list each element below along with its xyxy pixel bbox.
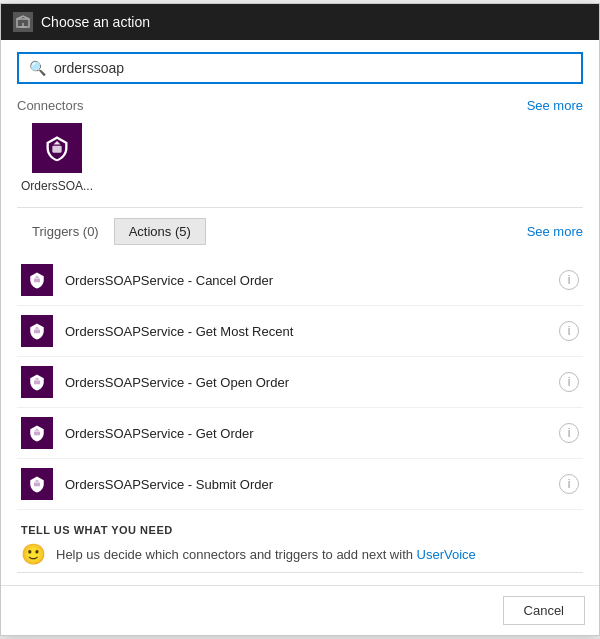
tabs-row: Triggers (0) Actions (5) See more	[17, 218, 583, 245]
choose-action-dialog: Choose an action 🔍 orderssoap Connectors…	[0, 3, 600, 636]
action-name-5: OrdersSOAPService - Submit Order	[65, 477, 547, 492]
connector-item[interactable]: OrdersSOA...	[17, 123, 97, 193]
connectors-header: Connectors See more	[17, 98, 583, 113]
dialog-body: 🔍 orderssoap Connectors See more OrdersS…	[1, 40, 599, 585]
connectors-section: Connectors See more OrdersSOA...	[17, 98, 583, 208]
search-input[interactable]: orderssoap	[54, 60, 571, 76]
info-icon-1[interactable]: i	[559, 270, 579, 290]
action-item-icon	[21, 315, 53, 347]
info-icon-2[interactable]: i	[559, 321, 579, 341]
actions-list: OrdersSOAPService - Cancel Order i Order…	[17, 255, 583, 510]
connectors-see-more-link[interactable]: See more	[527, 98, 583, 113]
action-row[interactable]: OrdersSOAPService - Cancel Order i	[17, 255, 583, 306]
dialog-footer: Cancel	[1, 585, 599, 635]
info-icon-5[interactable]: i	[559, 474, 579, 494]
action-row[interactable]: OrdersSOAPService - Get Order i	[17, 408, 583, 459]
connectors-label: Connectors	[17, 98, 83, 113]
info-icon-3[interactable]: i	[559, 372, 579, 392]
svg-rect-6	[34, 381, 40, 385]
dialog-title: Choose an action	[41, 14, 150, 30]
action-name-3: OrdersSOAPService - Get Open Order	[65, 375, 547, 390]
feedback-row: 🙂 Help us decide which connectors and tr…	[21, 542, 579, 566]
actions-see-more-link[interactable]: See more	[527, 224, 583, 239]
smiley-icon: 🙂	[21, 542, 46, 566]
connector-name: OrdersSOA...	[21, 179, 93, 193]
action-item-icon	[21, 264, 53, 296]
svg-rect-3	[52, 146, 61, 153]
action-item-icon	[21, 417, 53, 449]
info-icon-4[interactable]: i	[559, 423, 579, 443]
search-icon: 🔍	[29, 60, 46, 76]
action-row[interactable]: OrdersSOAPService - Submit Order i	[17, 459, 583, 510]
svg-rect-5	[34, 330, 40, 334]
tab-actions[interactable]: Actions (5)	[114, 218, 206, 245]
dialog-titlebar: Choose an action	[1, 4, 599, 40]
feedback-text: Help us decide which connectors and trig…	[56, 547, 476, 562]
svg-rect-7	[34, 432, 40, 436]
action-name-1: OrdersSOAPService - Cancel Order	[65, 273, 547, 288]
connector-icon	[32, 123, 82, 173]
action-row[interactable]: OrdersSOAPService - Get Open Order i	[17, 357, 583, 408]
action-item-icon	[21, 366, 53, 398]
uservoice-link[interactable]: UserVoice	[417, 547, 476, 562]
action-name-2: OrdersSOAPService - Get Most Recent	[65, 324, 547, 339]
feedback-title: TELL US WHAT YOU NEED	[21, 524, 579, 536]
action-row[interactable]: OrdersSOAPService - Get Most Recent i	[17, 306, 583, 357]
action-name-4: OrdersSOAPService - Get Order	[65, 426, 547, 441]
search-box: 🔍 orderssoap	[17, 52, 583, 84]
action-item-icon	[21, 468, 53, 500]
titlebar-icon	[13, 12, 33, 32]
feedback-section: TELL US WHAT YOU NEED 🙂 Help us decide w…	[17, 510, 583, 573]
tab-triggers[interactable]: Triggers (0)	[17, 218, 114, 245]
svg-rect-8	[34, 483, 40, 487]
svg-rect-4	[34, 279, 40, 283]
cancel-button[interactable]: Cancel	[503, 596, 585, 625]
